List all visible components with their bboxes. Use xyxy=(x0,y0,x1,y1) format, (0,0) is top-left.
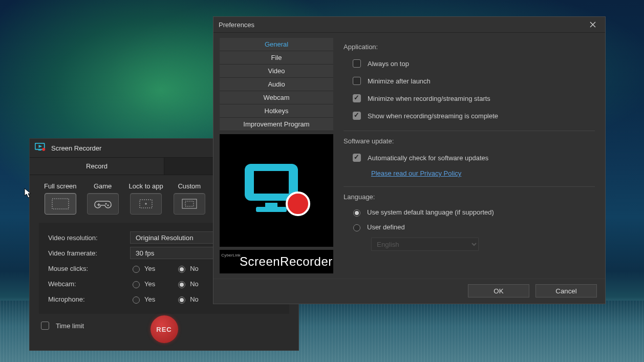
svg-point-8 xyxy=(107,205,109,206)
preferences-title: Preferences xyxy=(219,21,254,29)
show-when-complete-label: Show when recording/streaming is complet… xyxy=(368,112,498,120)
webcam-label: Webcam: xyxy=(48,280,130,288)
sidebar-tab-file[interactable]: File xyxy=(220,51,333,65)
always-on-top-checkbox[interactable] xyxy=(353,59,361,68)
sidebar-tab-general[interactable]: General xyxy=(220,38,333,51)
mode-game[interactable]: Game xyxy=(87,182,119,215)
webcam-yes[interactable]: Yes xyxy=(130,280,155,288)
preferences-button-bar: OK Cancel xyxy=(213,279,605,304)
preferences-sidebar: General File Video Audio Webcam Hotkeys … xyxy=(220,38,333,273)
language-select[interactable]: English xyxy=(371,238,479,251)
auto-check-updates-label: Automatically check for software updates xyxy=(368,154,488,162)
always-on-top-label: Always on top xyxy=(368,60,409,68)
mode-game-button[interactable] xyxy=(87,193,119,215)
app-logo-icon xyxy=(35,143,47,153)
microphone-yes[interactable]: Yes xyxy=(130,295,155,304)
show-when-complete-checkbox[interactable] xyxy=(353,112,361,120)
svg-rect-13 xyxy=(185,201,194,206)
sidebar-tab-hotkeys[interactable]: Hotkeys xyxy=(220,104,333,118)
ok-button[interactable]: OK xyxy=(468,284,529,297)
minimize-when-recording-checkbox[interactable] xyxy=(353,94,361,102)
sidebar-tab-audio[interactable]: Audio xyxy=(220,78,333,91)
language-user-radio[interactable] xyxy=(353,224,360,231)
microphone-no[interactable]: No xyxy=(176,295,199,304)
gamepad-icon xyxy=(93,197,113,210)
minimize-after-launch-label: Minimize after launch xyxy=(368,77,431,85)
tab-record[interactable]: Record xyxy=(30,158,164,175)
preferences-titlebar[interactable]: Preferences xyxy=(213,17,605,33)
video-framerate-label: Video framerate: xyxy=(48,249,130,257)
mode-label: Lock to app xyxy=(129,182,163,190)
svg-rect-23 xyxy=(256,207,287,212)
mode-label: Custom xyxy=(178,182,201,190)
record-button[interactable]: REC xyxy=(151,315,178,343)
app-title: Screen Recorder xyxy=(51,144,101,152)
sidebar-tab-improvement[interactable]: Improvement Program xyxy=(220,118,333,131)
mouse-clicks-label: Mouse clicks: xyxy=(48,265,130,272)
microphone-label: Microphone: xyxy=(48,295,130,303)
video-resolution-label: Video resolution: xyxy=(48,234,130,242)
webcam-no[interactable]: No xyxy=(176,280,199,288)
privacy-policy-link[interactable]: Please read our Privacy Policy xyxy=(371,169,461,177)
minimize-when-recording-label: Minimize when recording/streaming starts xyxy=(368,95,490,102)
mode-locktoapp[interactable]: Lock to app xyxy=(129,182,163,215)
close-button[interactable] xyxy=(586,18,600,31)
svg-rect-22 xyxy=(265,203,277,207)
brand-logo-icon xyxy=(235,155,317,226)
mode-custom-button[interactable] xyxy=(174,193,205,215)
auto-check-updates-checkbox[interactable] xyxy=(353,154,361,162)
time-limit-label: Time limit xyxy=(56,322,84,330)
brand-wordmark: CyberLink ScreenRecorder xyxy=(220,250,333,273)
mode-fullscreen-button[interactable] xyxy=(45,193,76,215)
svg-rect-2 xyxy=(39,150,40,151)
language-system-label: Use system default language (if supporte… xyxy=(367,208,494,216)
custom-region-icon xyxy=(179,197,200,210)
mode-fullscreen[interactable]: Full screen xyxy=(44,182,77,215)
cancel-button[interactable]: Cancel xyxy=(535,284,597,297)
software-update-heading: Software update: xyxy=(344,137,595,145)
close-icon xyxy=(590,22,596,28)
svg-rect-4 xyxy=(52,199,69,209)
mode-custom[interactable]: Custom xyxy=(174,182,205,215)
fullscreen-icon xyxy=(50,197,71,210)
language-system-radio[interactable] xyxy=(353,209,360,217)
mouse-clicks-no[interactable]: No xyxy=(176,264,199,273)
application-heading: Application: xyxy=(344,43,595,51)
svg-point-3 xyxy=(42,148,45,151)
preferences-content: Application: Always on top Minimize afte… xyxy=(339,38,599,273)
minimize-after-launch-checkbox[interactable] xyxy=(353,77,361,85)
svg-rect-12 xyxy=(182,199,197,208)
time-limit-checkbox[interactable] xyxy=(41,322,49,330)
sidebar-tab-webcam[interactable]: Webcam xyxy=(220,91,333,104)
brand-logo-panel xyxy=(220,134,333,247)
mode-locktoapp-button[interactable] xyxy=(130,193,162,215)
locktoapp-icon xyxy=(136,197,156,210)
mode-label: Full screen xyxy=(44,182,77,190)
mode-label: Game xyxy=(94,182,112,190)
language-heading: Language: xyxy=(344,193,595,201)
mouse-clicks-yes[interactable]: Yes xyxy=(130,264,155,273)
sidebar-tab-video[interactable]: Video xyxy=(220,65,333,78)
svg-point-24 xyxy=(287,193,309,215)
language-user-label: User defined xyxy=(367,223,405,231)
preferences-dialog: Preferences General File Video Audio Web… xyxy=(213,16,606,304)
svg-point-7 xyxy=(105,203,106,205)
